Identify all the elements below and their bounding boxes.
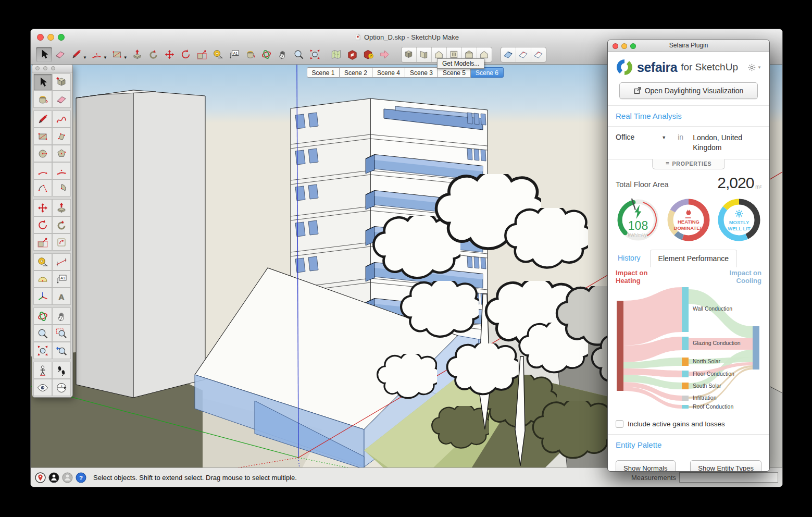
palette-paint-bucket-button[interactable]	[33, 91, 52, 108]
arc-dropdown-caret[interactable]: ▼	[103, 55, 107, 60]
palette-minimize-button[interactable]	[43, 66, 47, 70]
location-value[interactable]: London, UnitedKingdom	[693, 133, 754, 153]
sefaira-minimize-button[interactable]	[621, 43, 627, 49]
palette-select-button[interactable]	[33, 73, 52, 91]
scene-tab-1[interactable]: Scene 1	[307, 67, 340, 78]
palette-text-button[interactable]	[52, 270, 71, 288]
palette-rotated-rectangle-button[interactable]	[52, 128, 71, 145]
tab-history[interactable]: History	[615, 254, 650, 267]
sefaira-zoom-button[interactable]	[630, 43, 636, 49]
scene-tab-4[interactable]: Scene 4	[372, 67, 405, 78]
palette-follow-me-button[interactable]	[52, 216, 71, 233]
settings-menu[interactable]: ▼	[747, 63, 761, 72]
toolbar-3d-warehouse-button[interactable]	[344, 47, 360, 62]
toolbar-share-model-button[interactable]	[377, 47, 393, 62]
minimize-button[interactable]	[47, 34, 54, 41]
toolbar-push-pull-button[interactable]	[129, 47, 145, 62]
toolbar-orbit-button[interactable]	[258, 47, 274, 62]
palette-push-pull-button[interactable]	[52, 199, 71, 216]
properties-tab[interactable]: ≡ PROPERTIES	[652, 159, 725, 169]
toolbar-rectangle-button[interactable]	[109, 47, 125, 62]
view-iso-button[interactable]	[402, 47, 417, 62]
credits-icon[interactable]	[48, 472, 59, 483]
palette-polygon-button[interactable]	[52, 145, 71, 162]
toolbar-zoom-extents-button[interactable]	[307, 47, 323, 62]
help-icon[interactable]: ?	[76, 472, 86, 483]
scene-tab-3[interactable]: Scene 3	[405, 67, 438, 78]
rectangle-dropdown-caret[interactable]: ▼	[123, 55, 128, 60]
zoom-button[interactable]	[58, 34, 65, 41]
palette-freehand-button[interactable]	[52, 110, 71, 128]
measurements-input[interactable]	[679, 472, 778, 483]
display-section-planes-button[interactable]	[516, 47, 531, 62]
toolbar-add-location-button[interactable]	[328, 47, 344, 62]
palette-pie-button[interactable]	[52, 179, 71, 196]
palette-eraser-button[interactable]	[52, 91, 71, 108]
toolbar-get-models-button[interactable]	[360, 47, 377, 62]
palette-arc-button[interactable]	[33, 162, 52, 179]
palette-offset-button[interactable]	[52, 233, 71, 251]
close-button[interactable]	[37, 34, 44, 41]
toolbar-pan-button[interactable]	[274, 47, 291, 62]
toolbar-follow-me-button[interactable]	[145, 47, 161, 62]
palette-zoom-extents-button[interactable]	[33, 342, 52, 359]
palette-section-plane-button[interactable]	[52, 379, 71, 396]
use-type-caret-icon[interactable]: ▼	[661, 135, 666, 140]
use-type-dropdown[interactable]: Office	[616, 133, 634, 141]
tab-element-performance[interactable]: Element Performance	[650, 250, 737, 267]
palette-rectangle-button[interactable]	[33, 128, 52, 145]
palette-rotate-button[interactable]	[33, 216, 52, 233]
show-entity-types-button[interactable]: Show Entity Types	[690, 460, 761, 472]
palette-3d-text-button[interactable]	[52, 288, 71, 305]
scene-tab-2[interactable]: Scene 2	[340, 67, 372, 78]
palette-close-button[interactable]	[35, 66, 40, 70]
palette-line-button[interactable]	[33, 110, 52, 128]
real-time-analysis-section[interactable]: Real Time Analysis	[615, 106, 763, 126]
palette-axes-button[interactable]	[33, 288, 52, 305]
scene-tab-5[interactable]: Scene 5	[438, 67, 471, 78]
sefaira-close-button[interactable]	[613, 43, 618, 49]
toolbar-select-button[interactable]	[36, 47, 52, 62]
toolbar-paint-bucket-button[interactable]	[242, 47, 258, 62]
toolbar-line-button[interactable]	[68, 47, 84, 62]
open-daylighting-button[interactable]: Open Daylighting Visualization	[619, 82, 758, 99]
palette-walk-button[interactable]	[52, 362, 71, 379]
palette-three-point-arc-button[interactable]	[33, 179, 52, 196]
sign-in-icon[interactable]	[62, 472, 73, 483]
geolocation-icon[interactable]	[35, 472, 46, 483]
palette-scale-button[interactable]	[33, 233, 52, 251]
toolbar-move-button[interactable]	[161, 47, 178, 62]
palette-circle-button[interactable]	[33, 145, 52, 162]
palette-zoom-button[interactable]	[51, 66, 55, 70]
toolbar-rotate-button[interactable]	[178, 47, 194, 62]
toolbar-eraser-button[interactable]	[52, 47, 68, 62]
palette-zoom-window-button[interactable]	[52, 325, 71, 342]
palette-make-component-button[interactable]	[52, 73, 71, 91]
palette-tape-measure-button[interactable]	[33, 253, 52, 270]
view-top-button[interactable]	[417, 47, 432, 62]
toolbar-zoom-button[interactable]	[291, 47, 307, 62]
entity-palette-section[interactable]: Entity Palette	[615, 435, 763, 455]
line-dropdown-caret[interactable]: ▼	[83, 55, 87, 60]
palette-look-around-button[interactable]	[33, 379, 52, 396]
palette-protractor-button[interactable]	[33, 270, 52, 288]
palette-dimension-button[interactable]	[52, 253, 71, 270]
toolbar-tape-measure-button[interactable]	[210, 47, 226, 62]
palette-zoom-previous-button[interactable]	[52, 342, 71, 359]
palette-position-camera-button[interactable]	[33, 362, 52, 379]
palette-title-bar[interactable]	[32, 65, 72, 72]
palette-move-button[interactable]	[33, 199, 52, 216]
show-normals-button[interactable]: Show Normals	[616, 460, 676, 472]
palette-zoom-button[interactable]	[33, 325, 52, 342]
palette-pan-button[interactable]	[52, 307, 71, 325]
toolbar-arc-button[interactable]	[89, 47, 105, 62]
toolbar-scale-button[interactable]	[194, 47, 210, 62]
sefaira-title-bar[interactable]: Sefaira Plugin	[608, 40, 769, 52]
palette-two-point-arc-button[interactable]	[52, 162, 71, 179]
toolbar-text-button[interactable]	[226, 47, 242, 62]
palette-orbit-button[interactable]	[33, 307, 52, 325]
scene-tab-6[interactable]: Scene 6	[471, 67, 504, 78]
section-plane-button[interactable]	[501, 47, 516, 62]
display-section-cuts-button[interactable]	[531, 47, 546, 62]
include-active-gains-checkbox[interactable]	[616, 420, 623, 428]
